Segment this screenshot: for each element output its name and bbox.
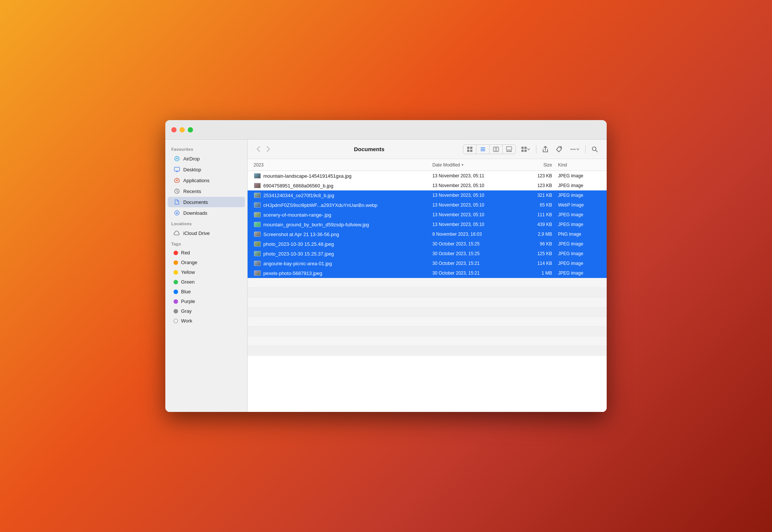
recents-label: Recents	[183, 189, 201, 194]
gray-tag-dot	[174, 309, 178, 314]
sidebar-item-downloads[interactable]: Downloads	[168, 208, 245, 218]
svg-rect-7	[467, 147, 469, 149]
traffic-lights	[171, 127, 193, 132]
file-name: photo_2023-10-30 15.25.37.jpeg	[263, 251, 432, 257]
column-view-button[interactable]	[490, 145, 503, 154]
yellow-tag-label: Yellow	[181, 269, 195, 275]
orange-tag-dot	[174, 260, 178, 265]
file-icon	[254, 212, 261, 218]
file-icon	[254, 183, 261, 189]
file-row[interactable]: photo_2023-10-30 15.25.48.jpeg 30 Octobe…	[248, 239, 607, 249]
svg-line-30	[596, 150, 598, 152]
file-kind: JPEG image	[552, 173, 601, 178]
sidebar-item-tag-gray[interactable]: Gray	[168, 306, 245, 316]
file-kind: JPEG image	[552, 222, 601, 227]
file-thumbnail	[254, 241, 261, 247]
blue-tag-dot	[174, 290, 178, 294]
gallery-view-button[interactable]	[503, 145, 515, 154]
sidebar-item-icloud[interactable]: iCloud Drive	[168, 228, 245, 238]
file-name: pexels-photo-5687913.jpeg	[263, 270, 432, 276]
file-row[interactable]: mountain-landscape-1454191451gxa.jpg 13 …	[248, 171, 607, 181]
toolbar: Documents	[248, 140, 607, 159]
desktop-icon	[174, 166, 180, 173]
file-row[interactable]: 25341240344_ce270f19c8_b.jpg 13 November…	[248, 190, 607, 200]
col-header-name[interactable]: 2023	[254, 162, 432, 168]
icloud-label: iCloud Drive	[183, 230, 210, 236]
file-date: 30 October 2023, 15:25	[432, 251, 515, 256]
sidebar: Favourites AirDrop	[165, 140, 248, 412]
file-size: 321 KB	[515, 193, 552, 198]
downloads-icon	[174, 210, 180, 216]
file-icon	[254, 173, 261, 179]
green-tag-dot	[174, 280, 178, 284]
file-row[interactable]: angourie-bay-picnic-area-01.jpg 30 Octob…	[248, 259, 607, 268]
icon-view-button[interactable]	[463, 145, 477, 154]
file-list[interactable]: mountain-landscape-1454191451gxa.jpg 13 …	[248, 171, 607, 412]
purple-tag-dot	[174, 299, 178, 304]
file-date: 30 October 2023, 15:21	[432, 270, 515, 276]
file-date: 13 November 2023, 05:10	[432, 222, 515, 227]
file-row[interactable]: Screenshot at Apr 21 13-36-56.png 8 Nove…	[248, 229, 607, 239]
sidebar-item-airdrop[interactable]: AirDrop	[168, 153, 245, 164]
file-name: cHJpdmF0ZS9sci9pbWF...a293YXduYnUanBn.we…	[263, 202, 432, 208]
search-button[interactable]	[589, 144, 601, 154]
sidebar-item-tag-yellow[interactable]: Yellow	[168, 267, 245, 277]
forward-button[interactable]	[264, 145, 273, 153]
col-header-size[interactable]: Size	[515, 162, 552, 168]
sidebar-item-tag-blue[interactable]: Blue	[168, 287, 245, 296]
file-thumbnail	[254, 183, 261, 188]
yellow-tag-dot	[174, 270, 178, 275]
sidebar-item-recents[interactable]: Recents	[168, 186, 245, 196]
svg-rect-22	[524, 147, 527, 149]
sidebar-item-tag-red[interactable]: Red	[168, 248, 245, 257]
sidebar-item-documents[interactable]: Documents	[168, 197, 245, 207]
favourites-section-label: Favourites	[165, 144, 247, 153]
file-row[interactable]: scenery-of-mountain-range-.jpg 13 Novemb…	[248, 210, 607, 220]
file-thumbnail	[254, 202, 261, 208]
file-icon	[254, 251, 261, 257]
sidebar-item-tag-purple[interactable]: Purple	[168, 297, 245, 306]
file-name: 6904758951_6868a06560_b.jpg	[263, 183, 432, 189]
back-button[interactable]	[254, 145, 263, 153]
svg-point-26	[571, 149, 572, 150]
sidebar-item-desktop[interactable]: Desktop	[168, 164, 245, 175]
blue-tag-label: Blue	[181, 289, 191, 294]
share-button[interactable]	[539, 144, 551, 155]
svg-rect-8	[470, 147, 472, 149]
sidebar-item-tag-orange[interactable]: Orange	[168, 258, 245, 267]
file-row[interactable]: 6904758951_6868a06560_b.jpg 13 November …	[248, 181, 607, 190]
tag-button[interactable]	[553, 144, 565, 154]
sidebar-item-tag-work[interactable]: Work	[168, 316, 245, 325]
col-header-kind[interactable]: Kind	[552, 162, 601, 168]
svg-rect-10	[470, 150, 472, 152]
file-size: 96 KB	[515, 241, 552, 247]
empty-row	[248, 297, 607, 307]
minimize-button[interactable]	[180, 127, 185, 132]
file-row[interactable]: photo_2023-10-30 15.25.37.jpeg 30 Octobe…	[248, 249, 607, 259]
more-button[interactable]	[567, 144, 582, 154]
file-size: 123 KB	[515, 173, 552, 178]
col-header-date[interactable]: Date Modified ▾	[432, 162, 515, 168]
close-button[interactable]	[171, 127, 177, 132]
file-kind: JPEG image	[552, 251, 601, 256]
applications-icon	[174, 177, 180, 184]
file-row[interactable]: mountain_ground_by_burtn_d59zsdp-fullvie…	[248, 220, 607, 229]
group-by-button[interactable]	[518, 144, 533, 154]
main-layout: Favourites AirDrop	[165, 140, 607, 412]
green-tag-label: Green	[181, 279, 194, 285]
toolbar-sep-2	[585, 145, 586, 153]
file-size: 65 KB	[515, 202, 552, 208]
maximize-button[interactable]	[188, 127, 193, 132]
svg-point-27	[573, 149, 574, 150]
file-size: 123 KB	[515, 183, 552, 188]
icloud-icon	[174, 230, 180, 236]
file-name: Screenshot at Apr 21 13-36-56.png	[263, 232, 432, 237]
file-thumbnail	[254, 193, 261, 198]
sidebar-item-tag-green[interactable]: Green	[168, 277, 245, 287]
column-headers: 2023 Date Modified ▾ Size Kind	[248, 159, 607, 171]
sidebar-item-applications[interactable]: Applications	[168, 175, 245, 186]
list-view-button[interactable]	[477, 145, 490, 154]
file-kind: JPEG image	[552, 212, 601, 217]
file-row[interactable]: pexels-photo-5687913.jpeg 30 October 202…	[248, 268, 607, 278]
file-row[interactable]: cHJpdmF0ZS9sci9pbWF...a293YXduYnUanBn.we…	[248, 200, 607, 210]
